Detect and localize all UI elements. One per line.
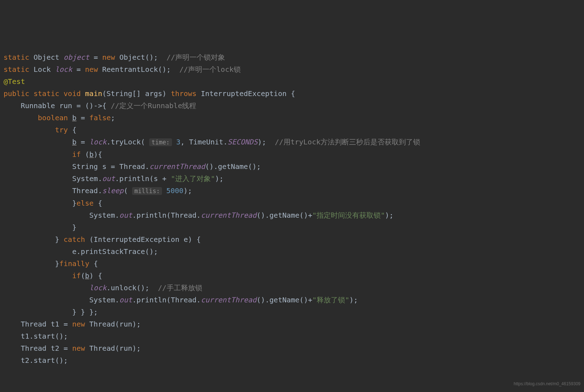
keyword-modifiers: public static void <box>4 89 81 98</box>
string-literal: "指定时间没有获取锁" <box>312 211 385 219</box>
param-hint-millis: millis: <box>132 187 162 195</box>
keyword-new: new <box>72 320 85 328</box>
code-line: b = lock.tryLock( time: 3, TimeUnit.SECO… <box>4 138 420 146</box>
field-object: object <box>64 53 89 62</box>
keyword-new: new <box>102 53 115 62</box>
method-sleep: sleep <box>102 186 124 195</box>
code-line: } } }; <box>4 308 98 316</box>
enum-seconds: SECONDS <box>228 138 257 146</box>
code-line: Runnable run = ()->{ //定义一个Runnable线程 <box>4 101 196 110</box>
code-line: public static void main(String[] args) t… <box>4 89 295 98</box>
field-out: out <box>119 296 132 304</box>
code-line: }else { <box>4 199 102 207</box>
code-line: static Object object = new Object(); //声… <box>4 53 225 62</box>
string-literal: "释放了锁" <box>312 296 349 304</box>
code-line: }finally { <box>4 259 98 268</box>
var-b: b <box>72 138 77 146</box>
code-line: static Lock lock = new ReentrantLock(); … <box>4 65 241 74</box>
method-currentThread: currentThread <box>201 296 257 304</box>
comment: //用tryLock方法判断三秒后是否获取到了锁 <box>275 138 420 146</box>
keyword-new: new <box>85 65 98 74</box>
field-lock: lock <box>89 138 106 146</box>
keyword-throws: throws <box>171 89 197 98</box>
annotation-test: @Test <box>4 77 25 86</box>
field-out: out <box>102 174 115 183</box>
code-line: t2.start(); <box>4 356 68 365</box>
param-hint-time: time: <box>149 138 172 146</box>
comment: //声明一个lock锁 <box>179 65 241 74</box>
code-line: boolean b = false; <box>4 113 115 122</box>
code-line: e.printStackTrace(); <box>4 247 158 256</box>
keyword-static: static <box>4 65 29 74</box>
code-line: try { <box>4 126 77 134</box>
method-currentThread: currentThread <box>201 211 257 219</box>
keyword-if: if <box>72 150 81 159</box>
var-b: b <box>85 271 89 280</box>
field-out: out <box>119 211 132 219</box>
watermark: https://blog.csdn.net/m0_46159309 <box>514 378 580 390</box>
number-3: 3 <box>172 138 181 146</box>
code-line: t1.start(); <box>4 332 68 340</box>
code-line: if(b) { <box>4 271 102 280</box>
method-main: main <box>85 89 102 98</box>
code-line: Thread t2 = new Thread(run); <box>4 344 141 353</box>
comment: //声明一个锁对象 <box>167 53 225 62</box>
keyword-else: else <box>77 199 94 207</box>
comment: //定义一个Runnable线程 <box>111 101 196 110</box>
code-line: @Test <box>4 77 25 86</box>
type-object: Object <box>33 53 59 62</box>
code-line: Thread t1 = new Thread(run); <box>4 320 141 328</box>
code-line: } catch (InterruptedException e) { <box>4 235 201 244</box>
keyword-boolean: boolean <box>38 113 68 122</box>
var-b: b <box>72 113 77 122</box>
code-line: } <box>4 223 77 232</box>
code-line: Thread.sleep( millis: 5000); <box>4 186 192 195</box>
code-line: if (b){ <box>4 150 102 159</box>
code-line: System.out.println(Thread.currentThread(… <box>4 296 358 304</box>
field-lock: lock <box>89 284 106 292</box>
keyword-try: try <box>55 126 68 134</box>
string-literal: "进入了对象" <box>171 174 215 183</box>
code-line: String s = Thread.currentThread().getNam… <box>4 162 261 171</box>
code-line: System.out.println(s + "进入了对象"); <box>4 174 224 183</box>
code-editor[interactable]: static Object object = new Object(); //声… <box>4 51 580 366</box>
keyword-if: if <box>72 271 81 280</box>
keyword-false: false <box>89 113 111 122</box>
code-line: System.out.println(Thread.currentThread(… <box>4 211 393 219</box>
keyword-static: static <box>4 53 29 62</box>
number-5000: 5000 <box>162 186 183 195</box>
type-lock: Lock <box>33 65 51 74</box>
keyword-catch: catch <box>64 235 85 244</box>
keyword-finally: finally <box>59 259 89 268</box>
code-line: lock.unlock(); //手工释放锁 <box>4 284 202 292</box>
field-lock: lock <box>55 65 72 74</box>
keyword-new: new <box>72 344 85 353</box>
method-currentThread: currentThread <box>149 162 205 171</box>
var-b: b <box>89 150 94 159</box>
comment: //手工释放锁 <box>158 284 202 292</box>
